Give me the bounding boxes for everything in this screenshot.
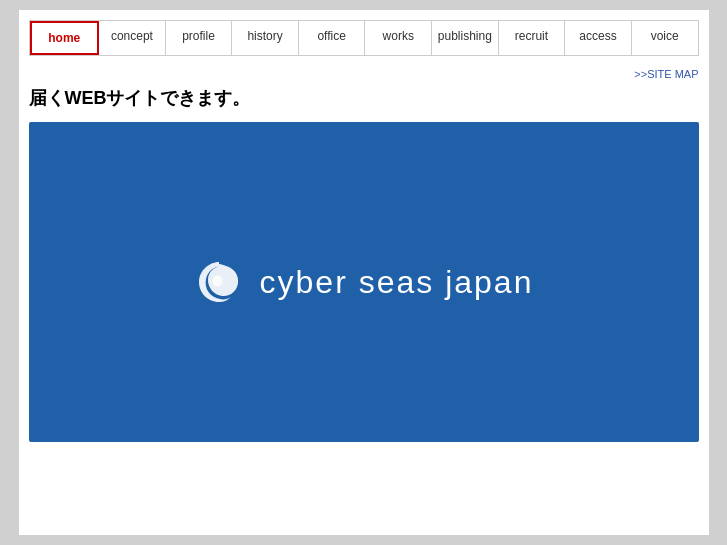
nav-item-profile[interactable]: profile xyxy=(166,21,233,55)
page-wrapper: home concept profile history office work… xyxy=(0,0,727,545)
site-map-link[interactable]: >>SITE MAP xyxy=(634,68,698,80)
hero-logo-container: cyber seas japan xyxy=(194,257,534,307)
nav-item-home[interactable]: home xyxy=(30,21,100,55)
nav-item-history[interactable]: history xyxy=(232,21,299,55)
nav-item-works[interactable]: works xyxy=(365,21,432,55)
nav-item-publishing[interactable]: publishing xyxy=(432,21,499,55)
content-area: home concept profile history office work… xyxy=(19,10,709,535)
nav-item-recruit[interactable]: recruit xyxy=(499,21,566,55)
hero-brand-text: cyber seas japan xyxy=(260,264,534,301)
hero-logo-icon xyxy=(194,257,244,307)
nav-item-concept[interactable]: concept xyxy=(99,21,166,55)
page-heading: 届くWEBサイトできます。 xyxy=(29,86,699,110)
hero-banner: cyber seas japan xyxy=(29,122,699,442)
site-map-row: >>SITE MAP xyxy=(29,64,699,82)
nav-bar: home concept profile history office work… xyxy=(29,20,699,56)
nav-item-office[interactable]: office xyxy=(299,21,366,55)
nav-item-voice[interactable]: voice xyxy=(632,21,698,55)
nav-item-access[interactable]: access xyxy=(565,21,632,55)
